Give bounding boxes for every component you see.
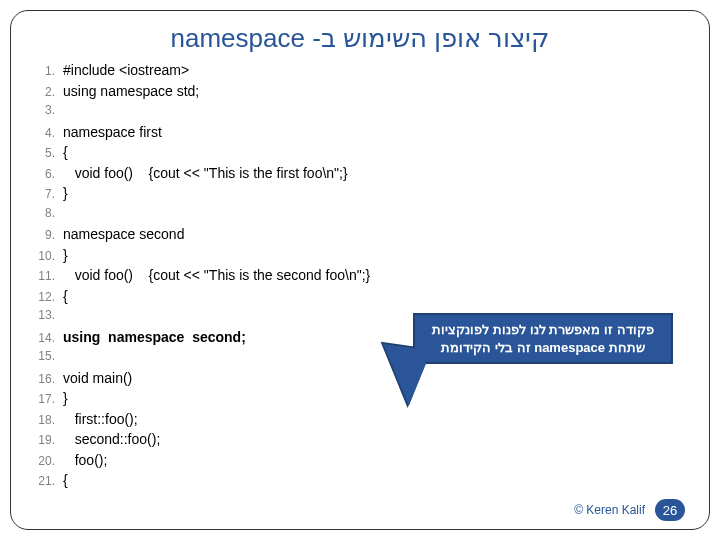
code-text: {	[63, 472, 68, 488]
line-number: 16.	[37, 372, 63, 386]
code-line: 18. first::foo();	[37, 411, 689, 432]
line-number: 18.	[37, 413, 63, 427]
code-text: second::foo();	[63, 431, 160, 447]
page-number-badge: 26	[655, 499, 685, 521]
code-text: namespace first	[63, 124, 162, 140]
slide-frame: קיצור אופן השימוש ב- namespace 1.#includ…	[10, 10, 710, 530]
line-number: 15.	[37, 349, 63, 363]
code-text: using namespace std;	[63, 83, 199, 99]
code-line: 12.{	[37, 288, 689, 309]
line-number: 9.	[37, 228, 63, 242]
code-line: 6. void foo() {cout << "This is the firs…	[37, 165, 689, 186]
code-line: 8.	[37, 206, 689, 227]
line-number: 4.	[37, 126, 63, 140]
callout-line-2: שתחת namespace זה בלי הקידומת	[423, 339, 663, 357]
code-line: 17.}	[37, 390, 689, 411]
line-number: 11.	[37, 269, 63, 283]
copyright-text: © Keren Kalif	[574, 503, 645, 517]
code-line: 21.{	[37, 472, 689, 493]
code-block: 1.#include <iostream>2.using namespace s…	[37, 62, 689, 493]
line-number: 8.	[37, 206, 63, 220]
code-line: 3.	[37, 103, 689, 124]
line-number: 3.	[37, 103, 63, 117]
line-number: 2.	[37, 85, 63, 99]
code-text: #include <iostream>	[63, 62, 189, 78]
code-text: foo();	[63, 452, 107, 468]
code-text: }	[63, 247, 68, 263]
code-line: 4.namespace first	[37, 124, 689, 145]
footer: © Keren Kalif 26	[574, 499, 685, 521]
line-number: 20.	[37, 454, 63, 468]
code-line: 1.#include <iostream>	[37, 62, 689, 83]
code-text: void foo() {cout << "This is the first f…	[63, 165, 348, 181]
code-text: void foo() {cout << "This is the second …	[63, 267, 370, 283]
line-number: 10.	[37, 249, 63, 263]
code-line: 9.namespace second	[37, 226, 689, 247]
line-number: 19.	[37, 433, 63, 447]
code-text: first::foo();	[63, 411, 138, 427]
code-line: 11. void foo() {cout << "This is the sec…	[37, 267, 689, 288]
code-line: 10.}	[37, 247, 689, 268]
line-number: 17.	[37, 392, 63, 406]
line-number: 1.	[37, 64, 63, 78]
callout-line-1: פקודה זו מאפשרת לנו לפנות לפונקציות	[423, 321, 663, 339]
code-text: void main()	[63, 370, 132, 386]
line-number: 12.	[37, 290, 63, 304]
slide-title: קיצור אופן השימוש ב- namespace	[31, 23, 689, 54]
code-text: namespace second	[63, 226, 184, 242]
code-line: 5.{	[37, 144, 689, 165]
line-number: 14.	[37, 331, 63, 345]
callout-tail	[375, 344, 431, 408]
line-number: 7.	[37, 187, 63, 201]
code-text: }	[63, 390, 68, 406]
line-number: 13.	[37, 308, 63, 322]
code-text: {	[63, 144, 68, 160]
code-line: 20. foo();	[37, 452, 689, 473]
line-number: 6.	[37, 167, 63, 181]
code-line: 2.using namespace std;	[37, 83, 689, 104]
code-line: 16.void main()	[37, 370, 689, 391]
code-text: {	[63, 288, 68, 304]
code-line: 7.}	[37, 185, 689, 206]
code-text: }	[63, 185, 68, 201]
callout-box: פקודה זו מאפשרת לנו לפנות לפונקציות שתחת…	[413, 313, 673, 364]
callout: פקודה זו מאפשרת לנו לפנות לפונקציות שתחת…	[413, 313, 673, 363]
line-number: 21.	[37, 474, 63, 488]
code-text: using namespace second;	[63, 329, 246, 345]
line-number: 5.	[37, 146, 63, 160]
code-line: 19. second::foo();	[37, 431, 689, 452]
